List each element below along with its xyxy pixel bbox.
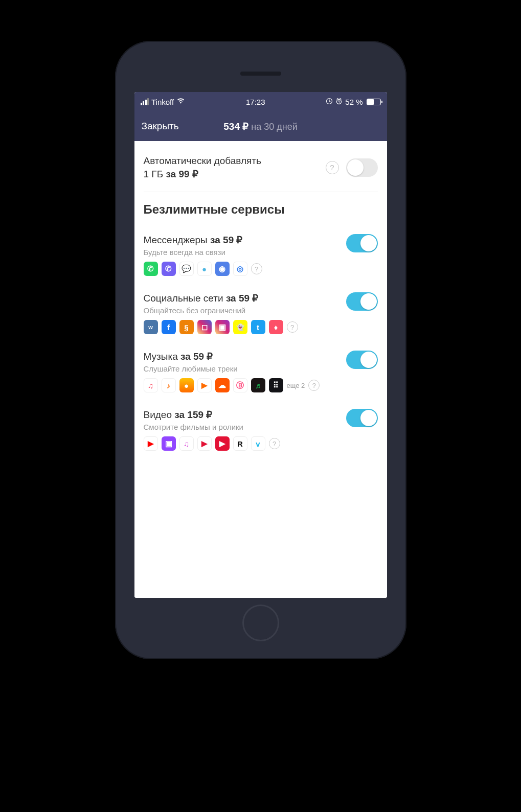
rutube-icon: R xyxy=(233,436,247,451)
signal-icon xyxy=(141,98,149,105)
whatsapp-icon: ✆ xyxy=(144,262,158,276)
phone-speaker xyxy=(240,72,281,76)
imo-icon: ◎ xyxy=(233,262,247,276)
battery-pct: 52 % xyxy=(345,98,363,106)
close-button[interactable]: Закрыть xyxy=(142,121,179,132)
auto-add-line1: Автоматически добавлять xyxy=(144,155,261,166)
instagram-icon: ◻ xyxy=(197,320,212,334)
nav-period: на 30 дней xyxy=(251,122,297,132)
more-label[interactable]: еще 2 xyxy=(287,382,305,389)
carrier-label: Tinkoff xyxy=(151,98,174,106)
messenger-icon: 💬 xyxy=(179,262,194,276)
service-subtitle: Будьте всегда на связи xyxy=(144,248,346,257)
service-row: Социальные сети за 59 ₽Общайтесь без огр… xyxy=(144,285,378,343)
service-head: Видео за 159 ₽Смотрите фильмы и ролики▶▣… xyxy=(144,409,378,451)
status-left: Tinkoff xyxy=(141,97,186,106)
auto-add-text: Автоматически добавлять 1 ГБ за 99 ₽ xyxy=(144,154,324,180)
phone-frame: Tinkoff 17:23 52 % Закрыть 534 ₽ xyxy=(115,41,406,659)
youtube-icon: ▶ xyxy=(144,436,158,451)
service-subtitle: Смотрите фильмы и ролики xyxy=(144,423,346,431)
vimeo-icon: v xyxy=(251,436,265,451)
nav-price: 534 ₽ xyxy=(223,121,248,132)
youtube-kids-icon: ▶ xyxy=(215,436,230,451)
section-title: Безлимитные сервисы xyxy=(144,202,378,217)
service-row: Видео за 159 ₽Смотрите фильмы и ролики▶▣… xyxy=(144,402,378,460)
tinder-icon: ♦ xyxy=(269,320,283,334)
battery-icon xyxy=(367,99,381,105)
service-title: Социальные сети за 59 ₽ xyxy=(144,292,346,304)
service-info: Социальные сети за 59 ₽Общайтесь без огр… xyxy=(144,292,346,334)
nav-bar: Закрыть 534 ₽ на 30 дней xyxy=(134,111,387,141)
service-info: Видео за 159 ₽Смотрите фильмы и ролики▶▣… xyxy=(144,409,346,451)
service-icons: wf§◻▣👻t♦? xyxy=(144,320,346,334)
vk-messenger-icon: ◉ xyxy=(215,262,230,276)
service-icons: ▶▣♫▶▶Rv? xyxy=(144,436,346,451)
facebook-icon: f xyxy=(162,320,176,334)
service-title: Видео за 159 ₽ xyxy=(144,409,346,421)
itunes-icon: ♫ xyxy=(179,436,194,451)
wifi-icon xyxy=(176,97,185,106)
service-head: Социальные сети за 59 ₽Общайтесь без огр… xyxy=(144,292,378,334)
snapchat-icon: 👻 xyxy=(233,320,247,334)
service-toggle[interactable] xyxy=(346,292,378,311)
auto-add-row: Автоматически добавлять 1 ГБ за 99 ₽ ? xyxy=(144,141,378,192)
status-right: 52 % xyxy=(326,98,380,106)
service-icons: ♫♪●▶☁Ⓑ♬⠿еще 2? xyxy=(144,378,346,392)
service-icons: ✆✆💬●◉◎? xyxy=(144,262,346,276)
service-row: Мессенджеры за 59 ₽Будьте всегда на связ… xyxy=(144,227,378,285)
tamtam-icon: ● xyxy=(197,262,212,276)
help-icon[interactable]: ? xyxy=(326,161,339,174)
service-toggle[interactable] xyxy=(346,234,378,252)
service-row: Музыка за 59 ₽Слушайте любимые треки♫♪●▶… xyxy=(144,343,378,402)
help-icon[interactable]: ? xyxy=(287,321,298,333)
service-subtitle: Общайтесь без ограничений xyxy=(144,306,346,315)
vk-icon: w xyxy=(144,320,158,334)
viber-icon: ✆ xyxy=(162,262,176,276)
service-info: Музыка за 59 ₽Слушайте любимые треки♫♪●▶… xyxy=(144,351,346,392)
help-icon[interactable]: ? xyxy=(308,380,320,391)
service-title: Музыка за 59 ₽ xyxy=(144,351,346,362)
service-info: Мессенджеры за 59 ₽Будьте всегда на связ… xyxy=(144,234,346,276)
google-play-music-icon: ▶ xyxy=(197,378,212,392)
home-button[interactable] xyxy=(242,605,279,641)
service-subtitle: Слушайте любимые треки xyxy=(144,364,346,373)
twitch-icon: ▣ xyxy=(162,436,176,451)
rutube-play-icon: ▶ xyxy=(197,436,212,451)
content-area: Автоматически добавлять 1 ГБ за 99 ₽ ? Б… xyxy=(134,141,387,598)
service-head: Музыка за 59 ₽Слушайте любимые треки♫♪●▶… xyxy=(144,351,378,392)
service-toggle[interactable] xyxy=(346,351,378,369)
service-head: Мессенджеры за 59 ₽Будьте всегда на связ… xyxy=(144,234,378,276)
status-bar: Tinkoff 17:23 52 % xyxy=(134,92,387,111)
service-toggle[interactable] xyxy=(346,409,378,427)
deezer-icon: ⠿ xyxy=(269,378,283,392)
help-icon[interactable]: ? xyxy=(269,438,280,449)
alarm-icon xyxy=(335,98,343,106)
service-title: Мессенджеры за 59 ₽ xyxy=(144,234,346,246)
auto-add-line2-prefix: 1 ГБ xyxy=(144,169,166,179)
boom-icon: Ⓑ xyxy=(233,378,247,392)
help-icon[interactable]: ? xyxy=(251,263,262,274)
lock-rotation-icon xyxy=(326,98,333,106)
status-time: 17:23 xyxy=(246,98,265,106)
twitter-icon: t xyxy=(251,320,265,334)
app-screen: Tinkoff 17:23 52 % Закрыть 534 ₽ xyxy=(134,92,387,598)
nav-title: 534 ₽ на 30 дней xyxy=(223,121,297,132)
auto-add-toggle[interactable] xyxy=(346,158,378,177)
auto-add-line2-price: за 99 ₽ xyxy=(166,169,198,179)
zaycev-icon: ● xyxy=(179,378,194,392)
odnoklassniki-icon: § xyxy=(179,320,194,334)
spotify-icon: ♬ xyxy=(251,378,265,392)
yandex-music-icon: ♪ xyxy=(162,378,176,392)
igtv-icon: ▣ xyxy=(215,320,230,334)
soundcloud-icon: ☁ xyxy=(215,378,230,392)
apple-music-icon: ♫ xyxy=(144,378,158,392)
